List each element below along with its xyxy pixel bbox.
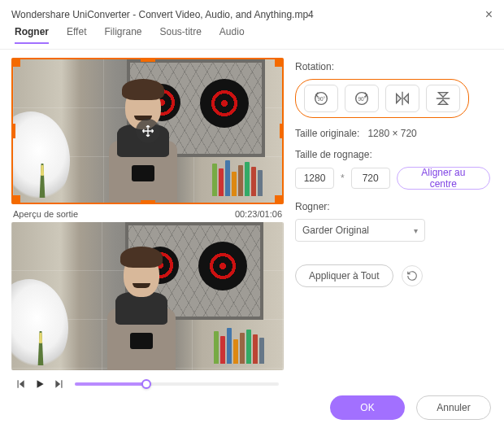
center-button[interactable]: Aligner au centre bbox=[397, 167, 490, 190]
original-size-value: 1280 × 720 bbox=[367, 128, 416, 139]
crop-width-input[interactable] bbox=[295, 168, 334, 189]
crop-handle-se[interactable] bbox=[275, 195, 283, 203]
flip-horizontal-button[interactable] bbox=[385, 85, 419, 112]
aspect-select-value: Garder Original bbox=[302, 225, 369, 236]
times-icon: * bbox=[341, 173, 345, 184]
tab-effet[interactable]: Effet bbox=[67, 26, 86, 44]
chevron-down-icon: ▾ bbox=[414, 226, 418, 235]
play-button[interactable] bbox=[33, 377, 47, 391]
close-icon[interactable]: × bbox=[485, 8, 493, 21]
svg-text:90°: 90° bbox=[358, 96, 366, 102]
seek-slider[interactable] bbox=[75, 382, 279, 386]
crop-size-label: Taille de rognage: bbox=[295, 149, 490, 160]
crop-area[interactable] bbox=[11, 58, 284, 204]
rotate-ccw-button[interactable]: 90° bbox=[304, 85, 338, 112]
crop-handle-w[interactable] bbox=[12, 124, 15, 138]
crop-handle-s[interactable] bbox=[141, 200, 155, 203]
tab-filigrane[interactable]: Filigrane bbox=[104, 26, 141, 44]
next-frame-button[interactable] bbox=[52, 377, 67, 391]
crop-handle-n[interactable] bbox=[141, 59, 155, 62]
ok-button[interactable]: OK bbox=[330, 395, 405, 420]
move-icon[interactable] bbox=[136, 119, 160, 143]
prev-frame-button[interactable] bbox=[13, 377, 28, 391]
tab-bar: Rogner Effet Filigrane Sous-titre Audio bbox=[0, 26, 504, 50]
tab-audio[interactable]: Audio bbox=[219, 26, 245, 44]
crop-handle-sw[interactable] bbox=[12, 195, 20, 203]
rotate-cw-button[interactable]: 90° bbox=[345, 85, 379, 112]
apply-all-button[interactable]: Appliquer à Tout bbox=[295, 264, 393, 287]
crop-height-input[interactable] bbox=[351, 168, 390, 189]
flip-vertical-button[interactable] bbox=[426, 85, 460, 112]
window-title: Wondershare UniConverter - Convert Video… bbox=[11, 9, 314, 20]
crop-handle-ne[interactable] bbox=[275, 59, 283, 67]
seek-thumb[interactable] bbox=[141, 379, 151, 389]
tab-soustitre[interactable]: Sous-titre bbox=[160, 26, 202, 44]
aspect-select[interactable]: Garder Original ▾ bbox=[295, 219, 425, 242]
rotation-group: 90° 90° bbox=[295, 79, 469, 118]
time-display: 00:23/01:06 bbox=[235, 209, 282, 219]
original-size-label: Taille originale: bbox=[295, 128, 359, 139]
crop-handle-e[interactable] bbox=[280, 124, 283, 138]
tab-rogner[interactable]: Rogner bbox=[15, 26, 49, 44]
reset-button[interactable] bbox=[402, 265, 423, 286]
output-preview bbox=[11, 222, 284, 370]
crop-handle-nw[interactable] bbox=[12, 59, 20, 67]
preview-label: Aperçu de sortie bbox=[13, 209, 78, 219]
cancel-button[interactable]: Annuler bbox=[416, 395, 491, 420]
rogner-label: Rogner: bbox=[295, 201, 490, 212]
svg-text:90°: 90° bbox=[317, 96, 325, 102]
rotation-label: Rotation: bbox=[295, 61, 490, 72]
